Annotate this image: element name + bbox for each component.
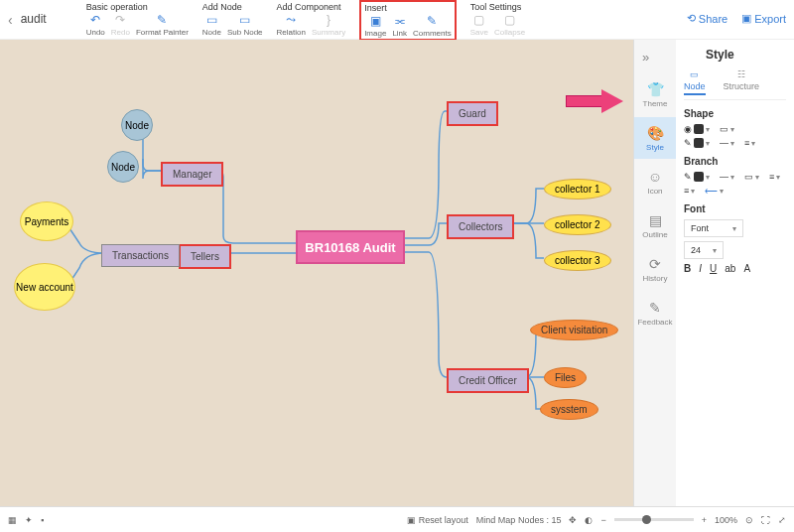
tab-feedback[interactable]: ✎Feedback [634,292,676,333]
node-count: Mind Map Nodes : 15 [476,515,562,525]
node-c2[interactable]: collector 2 [544,214,611,235]
font-select[interactable]: Font▾ [684,219,743,237]
collapse-button[interactable]: ▢Collapse [494,13,525,37]
center-node[interactable]: BR10168 Audit [296,230,405,264]
fill-color-picker[interactable]: ◉▾ [684,124,710,134]
node-payments[interactable]: Payments [20,201,73,241]
branch-end-picker[interactable]: ⟵ ▾ [705,186,724,196]
group-label: Basic operation [86,2,189,12]
section-font: Font [684,203,786,214]
bold-button[interactable]: B [684,263,691,274]
fill-icon: ◉ [684,124,692,134]
reset-layout-button[interactable]: ▣ Reset layout [407,515,468,525]
history-icon: ⟳ [649,256,661,272]
share-icon: ⟲ [687,12,696,25]
subtab-node[interactable]: ▭Node [684,69,706,95]
branch-shape-picker[interactable]: ▭ ▾ [744,172,759,182]
undo-button[interactable]: ↶Undo [86,13,105,37]
insert-comments-button[interactable]: ✎Comments [413,14,452,38]
connectors [0,40,633,506]
btm-icon-1[interactable]: ▦ [8,515,17,525]
save-icon: ▢ [472,13,486,27]
strike-button[interactable]: ab [725,263,735,274]
border-style-picker[interactable]: — ▾ [720,138,734,148]
node-blue-1[interactable]: Node [121,109,153,141]
node-blue-2[interactable]: Node [107,151,139,183]
image-icon: ▣ [368,14,382,28]
doc-title-input[interactable] [21,12,70,26]
fullscreen-button[interactable]: ⤢ [778,515,786,525]
node-credit[interactable]: Credit Officer [447,368,529,393]
tab-icon[interactable]: ☺Icon [634,161,676,202]
bottom-bar: ▦ ✦ ▪ ▣ Reset layout Mind Map Nodes : 15… [0,506,794,532]
node-c1[interactable]: collector 1 [544,179,611,200]
branch-style-picker[interactable]: — ▾ [720,172,734,182]
center-button[interactable]: ⊙ [745,515,753,525]
node-c3[interactable]: collector 3 [544,250,611,271]
redo-button[interactable]: ↷Redo [111,13,130,37]
add-subnode-button[interactable]: ▭Sub Node [227,13,263,37]
node-transactions[interactable]: Transactions [101,244,180,267]
zoom-slider[interactable] [614,518,694,521]
fontsize-select[interactable]: 24▾ [684,241,724,259]
export-button[interactable]: ▣Export [741,12,786,25]
border-width-picker[interactable]: ≡ ▾ [744,138,755,148]
node-sys[interactable]: sysstem [540,399,598,420]
tab-outline[interactable]: ▤Outline [634,204,676,246]
group-addnode: Add Node ▭Node ▭Sub Node [202,2,263,41]
branch-color-picker[interactable]: ✎▾ [684,172,710,182]
insert-link-button[interactable]: ⫘Link [392,14,407,38]
pen-icon: ✎ [684,138,692,148]
group-tools: Tool Settings ▢Save ▢Collapse [470,2,525,41]
icon-icon: ☺ [648,169,662,185]
group-basic: Basic operation ↶Undo ↷Redo ✎Format Pain… [86,2,189,41]
node-tellers[interactable]: Tellers [179,244,231,269]
format-painter-button[interactable]: ✎Format Painter [136,13,189,37]
branch-width-picker[interactable]: ≡ ▾ [769,172,780,182]
feedback-icon: ✎ [649,300,661,316]
structure-sub-icon: ☷ [737,69,745,79]
group-insert: Insert ▣Image ⫘Link ✎Comments [359,0,457,41]
fit-button[interactable]: ⛶ [761,515,770,525]
group-label: Add Node [202,2,263,12]
eye-icon[interactable]: ◐ [585,515,593,525]
node-manager[interactable]: Manager [161,162,223,187]
border-color-picker[interactable]: ✎▾ [684,138,710,148]
tab-style[interactable]: 🎨Style [634,117,676,159]
top-toolbar: ‹ Basic operation ↶Undo ↷Redo ✎Format Pa… [0,0,794,40]
subtab-structure[interactable]: ☷Structure [724,69,760,95]
summary-icon: } [322,13,335,27]
insert-image-button[interactable]: ▣Image [364,14,386,38]
add-node-button[interactable]: ▭Node [202,13,221,37]
group-label: Insert [364,3,452,13]
btm-icon-3[interactable]: ▪ [41,515,44,525]
node-files[interactable]: Files [544,367,587,388]
italic-button[interactable]: I [699,263,702,274]
node-cv[interactable]: Client visitation [530,320,618,340]
back-button[interactable]: ‹ [8,12,13,28]
share-button[interactable]: ⟲Share [687,12,728,25]
node-newaccount[interactable]: New account [14,263,75,311]
save-button[interactable]: ▢Save [470,13,488,37]
fontcolor-button[interactable]: A [743,263,750,274]
tab-history[interactable]: ⟳History [634,248,676,290]
btm-icon-2[interactable]: ✦ [25,515,33,525]
collapse-panel-button[interactable]: » [642,50,649,65]
node-guard[interactable]: Guard [447,101,498,126]
shape-picker[interactable]: ▭▾ [720,124,734,134]
mouse-icon[interactable]: ✥ [569,515,577,525]
underline-button[interactable]: U [710,263,717,274]
right-actions: ⟲Share ▣Export [687,12,786,25]
node-collectors[interactable]: Collectors [447,214,514,239]
mindmap-canvas[interactable]: BR10168 Audit Manager Node Node Tellers … [0,40,633,506]
section-shape: Shape [684,108,786,119]
tab-theme[interactable]: 👕Theme [634,73,676,115]
zoom-out-button[interactable]: − [600,515,605,525]
summary-button[interactable]: }Summary [312,13,345,37]
zoom-value: 100% [715,515,737,525]
branch-align-picker[interactable]: ≡ ▾ [684,186,695,196]
toolbar-groups: Basic operation ↶Undo ↷Redo ✎Format Pain… [86,2,525,41]
zoom-in-button[interactable]: + [702,515,707,525]
relation-button[interactable]: ⤳Relation [277,13,306,37]
node-sub-icon: ▭ [690,69,699,79]
